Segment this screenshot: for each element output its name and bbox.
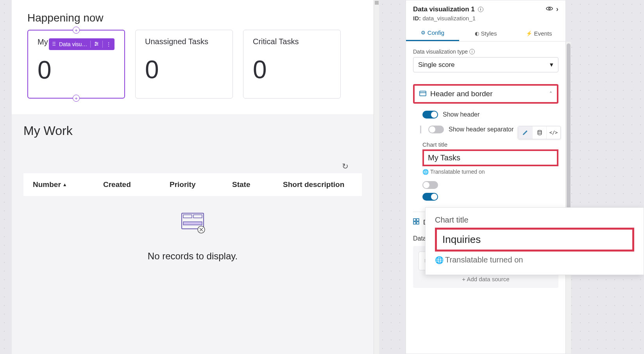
translatable-text: Translatable turned on	[430, 169, 485, 175]
palette-icon: ◐	[475, 31, 479, 36]
toggle-extra-1	[413, 181, 558, 189]
toggle-label: Show header	[443, 111, 479, 118]
chart-title-label: Chart title	[422, 141, 558, 148]
select-value: Single score	[418, 61, 455, 69]
add-data-source-button[interactable]: + Add data source	[419, 276, 553, 282]
translatable-note: 🌐 Translatable turned on	[422, 169, 558, 175]
drag-handle-icon[interactable]: ⠿	[52, 41, 56, 47]
id-label: ID:	[413, 15, 421, 22]
col-created[interactable]: Created	[103, 180, 150, 189]
mywork-title: My Work	[23, 124, 362, 138]
card-title: Critical Tasks	[253, 37, 331, 46]
id-value: data_visualization_1	[422, 15, 476, 22]
toggle-extra-2	[413, 193, 558, 201]
gear-icon: ⚙	[421, 30, 426, 36]
svg-point-13	[549, 8, 551, 10]
toggle-switch[interactable]	[422, 111, 438, 119]
visibility-icon[interactable]	[546, 6, 553, 13]
empty-table-icon	[180, 212, 205, 235]
chart-title-label: Chart title	[435, 216, 634, 225]
svg-rect-7	[183, 215, 192, 218]
chevron-up-icon: ˄	[549, 91, 552, 97]
empty-state: No records to display.	[23, 212, 362, 262]
col-label: Number	[33, 180, 61, 189]
svg-rect-8	[193, 215, 202, 218]
tab-label: Events	[534, 30, 552, 37]
add-below-icon[interactable]: +	[73, 95, 80, 102]
grid-icon	[413, 218, 419, 226]
svg-rect-9	[183, 222, 202, 225]
toggle-switch[interactable]	[422, 181, 438, 189]
col-short-desc[interactable]: Short description	[283, 180, 344, 189]
field-mode-toolbar: </>	[518, 126, 561, 139]
data-mode-button[interactable]	[532, 126, 546, 139]
scroll-thumb[interactable]	[567, 43, 571, 212]
toggle-label: Show header separator	[449, 126, 513, 133]
chart-title-field: Chart title 🌐 Translatable turned on	[413, 141, 558, 175]
tab-config[interactable]: ⚙ Config	[406, 25, 459, 41]
panel-id: ID: data_visualization_1	[406, 15, 565, 25]
chart-title-input[interactable]	[422, 149, 558, 166]
panel-header: Data visualization 1 i ›	[406, 0, 565, 15]
happening-title: Happening now	[27, 12, 363, 24]
col-number[interactable]: Number ▲	[33, 180, 84, 189]
selection-toolbar[interactable]: ⠿ Data visu… ⋮	[49, 38, 114, 50]
properties-panel: Data visualization 1 i › ID: data_visual…	[406, 0, 566, 354]
svg-rect-20	[417, 222, 419, 224]
tab-label: Styles	[481, 30, 497, 37]
chevron-down-icon: ▾	[550, 61, 553, 69]
chevron-right-icon[interactable]: ›	[556, 5, 558, 13]
card-critical-tasks[interactable]: Critical Tasks 0	[243, 30, 341, 99]
section-mywork: My Work ↻ Number ▲ Created Priority Stat…	[12, 114, 374, 354]
card-unassigned-tasks[interactable]: Unassigned Tasks 0	[135, 30, 233, 99]
svg-point-4	[97, 43, 98, 44]
panel-scrollbar[interactable]	[565, 42, 571, 354]
panel-title: Data visualization 1	[413, 5, 475, 13]
svg-rect-19	[413, 222, 416, 224]
globe-icon: 🌐	[422, 169, 429, 175]
edit-mode-button[interactable]	[518, 126, 532, 139]
card-value: 0	[145, 57, 223, 82]
table-header: Number ▲ Created Priority State Short de…	[23, 173, 362, 196]
toggle-switch[interactable]	[422, 193, 438, 201]
selection-label: Data visu…	[59, 41, 87, 47]
chart-title-popup: Chart title 🌐 Translatable turned on	[425, 207, 644, 275]
svg-rect-18	[417, 219, 419, 221]
svg-rect-14	[420, 91, 426, 96]
card-value: 0	[38, 58, 115, 83]
bolt-icon: ⚡	[526, 31, 532, 36]
translatable-note: 🌐 Translatable turned on	[435, 255, 634, 264]
tab-events[interactable]: ⚡ Events	[512, 25, 565, 41]
empty-message: No records to display.	[23, 251, 362, 262]
code-mode-button[interactable]: </>	[546, 126, 560, 139]
viz-type-select[interactable]: Single score ▾	[413, 57, 558, 72]
add-above-icon[interactable]: +	[73, 27, 80, 34]
accordion-header-border[interactable]: Header and border ˄	[413, 84, 558, 104]
col-state[interactable]: State	[232, 180, 263, 189]
section-happening: Happening now ⠿ Data visu… ⋮ + My Tasks …	[12, 0, 379, 114]
svg-point-5	[95, 45, 96, 45]
col-priority[interactable]: Priority	[170, 180, 213, 189]
card-title: Unassigned Tasks	[145, 37, 223, 46]
info-icon[interactable]: i	[469, 49, 475, 54]
svg-point-3	[95, 42, 96, 43]
svg-rect-17	[413, 219, 416, 221]
chart-title-input[interactable]	[435, 228, 634, 252]
svg-point-16	[538, 130, 541, 132]
window-icon	[419, 90, 426, 98]
toggle-show-header: Show header	[413, 111, 558, 119]
panel-tabs: ⚙ Config ◐ Styles ⚡ Events	[406, 25, 565, 41]
globe-icon: 🌐	[435, 256, 444, 264]
translatable-text: Translatable turned on	[445, 255, 523, 264]
sort-asc-icon: ▲	[63, 182, 67, 187]
label-text: Data visualization type	[413, 49, 468, 55]
kebab-menu-icon[interactable]: ⋮	[106, 41, 111, 47]
tab-styles[interactable]: ◐ Styles	[459, 25, 512, 41]
accordion-label: Header and border	[430, 90, 493, 98]
info-icon[interactable]: i	[478, 7, 483, 12]
toggle-switch[interactable]	[428, 126, 444, 133]
card-value: 0	[253, 57, 331, 82]
viz-type-label: Data visualization type i	[413, 49, 558, 55]
refresh-icon[interactable]: ↻	[342, 162, 349, 171]
settings-sliders-icon[interactable]	[94, 41, 99, 48]
